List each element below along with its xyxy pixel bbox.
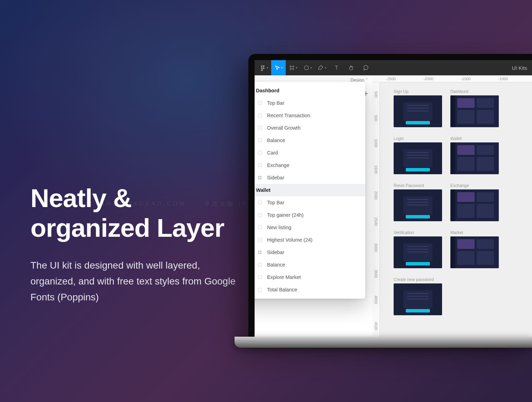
layer-label: Top Bar (267, 200, 284, 205)
horizontal-ruler: -2500-2000-1500-1000-500 (372, 75, 532, 82)
layer-row-sidebar[interactable]: Sidebar (255, 171, 365, 184)
laptop-screen: ▾ ▾ ▾ ▾ ▾ (248, 54, 532, 339)
figma-menu-button[interactable]: ▾ (257, 60, 271, 75)
layers-panel: DashbordTop BarRecent TransactionOverall… (255, 82, 365, 299)
ruler-tick: 2500 (374, 217, 378, 226)
canvas-frame[interactable] (450, 142, 499, 174)
layer-row-top-gainer-24h-[interactable]: Top gainer (24h) (255, 209, 365, 221)
svg-rect-12 (258, 275, 261, 279)
svg-rect-9 (258, 226, 261, 229)
group-icon (257, 112, 263, 119)
svg-rect-7 (258, 201, 261, 204)
group-icon (257, 224, 263, 231)
ruler-tick: 3500 (374, 270, 378, 278)
laptop-mockup: ▾ ▾ ▾ ▾ ▾ (248, 54, 532, 348)
layer-row-total-balance[interactable]: Total Balance (255, 283, 365, 296)
hero-title: Neatly & organized Layer (30, 183, 238, 243)
group-icon (257, 125, 263, 131)
group-icon (257, 212, 263, 218)
canvas-frame[interactable] (450, 236, 499, 268)
layer-label: Overall Growth (267, 125, 301, 131)
layer-row-explore-market[interactable]: Explore Market (255, 271, 365, 283)
hero-title-line1: Neatly & (30, 184, 131, 213)
svg-rect-11 (258, 263, 261, 266)
canvas-frame[interactable] (394, 189, 442, 221)
frame-icon (257, 175, 263, 181)
canvas-frame[interactable] (394, 95, 442, 127)
group-icon (257, 287, 263, 293)
shape-tool[interactable]: ▾ (300, 60, 315, 75)
canvas-frame-label[interactable]: Wallet (450, 136, 499, 141)
layer-label: Highest Volume (24) (267, 237, 312, 243)
figma-canvas[interactable]: Sign UpLoginReset PasswordVerificationCr… (380, 82, 532, 339)
layer-row-balance[interactable]: Balance (255, 134, 365, 147)
svg-rect-3 (258, 126, 261, 129)
group-icon (257, 150, 263, 156)
svg-rect-8 (258, 213, 261, 216)
canvas-frame-label[interactable]: Sign Up (394, 89, 442, 94)
layer-row-top-bar[interactable]: Top Bar (255, 196, 365, 209)
canvas-frame[interactable] (394, 142, 442, 174)
layer-row-wallet[interactable]: Wallet (255, 184, 365, 196)
layer-label: Dashbord (256, 88, 279, 93)
layer-row-recent-transaction[interactable]: Recent Transaction (255, 109, 365, 122)
ruler-tick: 500 (374, 91, 378, 97)
group-icon (257, 274, 263, 280)
canvas-frame[interactable] (450, 95, 499, 127)
canvas-frame[interactable] (394, 236, 442, 268)
ruler-tick: -2500 (372, 77, 410, 81)
layer-label: Balance (267, 138, 285, 143)
group-icon (257, 162, 263, 168)
group-icon (257, 199, 263, 206)
svg-rect-1 (258, 101, 261, 104)
move-tool[interactable]: ▾ (271, 60, 286, 75)
hand-tool[interactable] (344, 60, 358, 75)
svg-rect-2 (258, 114, 261, 117)
layer-row-highest-volume-24-[interactable]: Highest Volume (24) (255, 234, 365, 246)
layer-row-dashbord[interactable]: Dashbord (255, 84, 365, 97)
group-icon (257, 137, 263, 143)
layer-row-sidebar[interactable]: Sidebar (255, 246, 365, 259)
canvas-frame-label[interactable]: Dashbord (450, 89, 499, 94)
layer-label: New listing (267, 225, 291, 230)
layer-row-card[interactable]: Card (255, 147, 365, 159)
comment-tool[interactable] (358, 60, 373, 75)
layer-row-balance[interactable]: Balance (255, 259, 365, 271)
layer-row-top-bar[interactable]: Top Bar (255, 97, 365, 109)
svg-point-0 (304, 66, 309, 70)
hero-title-line2: organized Layer (30, 213, 224, 242)
layer-label: Recent Transaction (267, 113, 310, 118)
layer-row-new-listing[interactable]: New listing (255, 221, 365, 234)
canvas-frame-label[interactable]: Login (394, 136, 442, 141)
canvas-frame-label[interactable]: Verification (394, 230, 442, 235)
frame-tool[interactable]: ▾ (286, 60, 300, 75)
svg-rect-10 (258, 238, 261, 241)
hero-text: Neatly & organized Layer The UI kit is d… (30, 183, 238, 305)
svg-rect-6 (258, 163, 261, 167)
ruler-tick: -2000 (410, 77, 447, 81)
canvas-frame-label[interactable]: Reset Password (394, 183, 442, 188)
file-title[interactable]: UI Kits (512, 65, 530, 71)
layer-label: Card (267, 150, 278, 156)
canvas-frame[interactable] (394, 283, 442, 315)
ruler-tick: 3000 (374, 243, 378, 252)
canvas-frame[interactable] (450, 189, 499, 221)
ruler-tick: -1500 (447, 77, 484, 81)
layer-row-overall-growth[interactable]: Overall Growth (255, 122, 365, 134)
ruler-tick: 1500 (374, 165, 378, 174)
layer-label: Wallet (256, 187, 270, 193)
layer-label: Top gainer (24h) (267, 212, 304, 218)
svg-rect-13 (258, 288, 261, 291)
layer-label: Top Bar (267, 100, 284, 106)
laptop-base (235, 337, 532, 348)
canvas-frame-label[interactable]: Create new password (394, 277, 442, 282)
layer-label: Explore Market (267, 274, 301, 280)
ruler-tick: 2000 (374, 191, 378, 199)
pen-tool[interactable]: ▾ (315, 60, 329, 75)
canvas-frame-label[interactable]: Market (450, 230, 499, 235)
layer-label: Total Balance (267, 287, 297, 292)
layer-row-exchange[interactable]: Exchange (255, 159, 365, 171)
canvas-frame-label[interactable]: Exchange (450, 183, 499, 188)
text-tool[interactable] (329, 60, 344, 75)
group-icon (257, 100, 263, 106)
